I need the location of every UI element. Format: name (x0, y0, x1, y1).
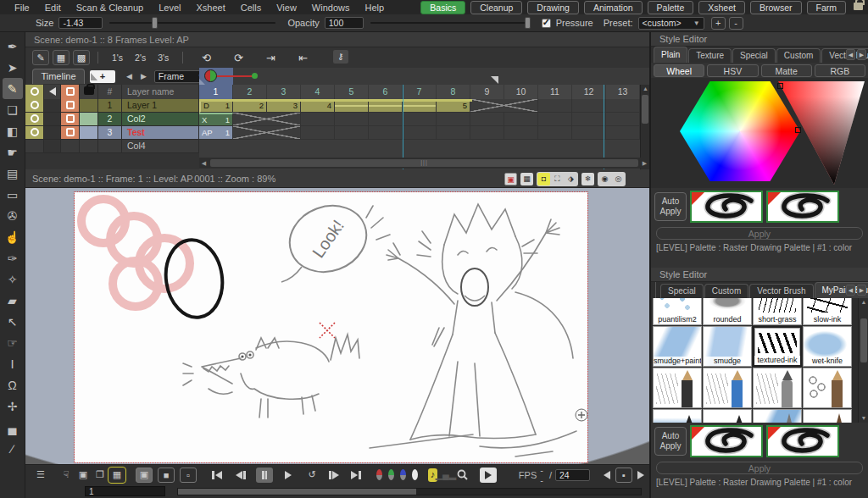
xsheet-cycle-icon[interactable]: ⟳ (228, 52, 248, 64)
layer-thumb[interactable] (80, 99, 98, 113)
tabs-scroll-right-icon[interactable]: ▶ (857, 285, 866, 296)
brush-item[interactable]: smudge (703, 326, 752, 367)
tabs-scroll-left-icon[interactable]: ◀ (846, 285, 855, 296)
viewer-canvas[interactable]: Look! (25, 188, 649, 464)
room-tab[interactable]: Animation (584, 1, 643, 14)
xsheet-cycle-icon[interactable]: ⟲ (196, 52, 216, 64)
last-frame-button[interactable] (348, 468, 364, 483)
auto-apply-toggle[interactable]: AutoApply (654, 192, 687, 221)
prev-frame-button[interactable] (232, 468, 249, 483)
xsheet-cycle-icon[interactable]: ⇤ (292, 52, 313, 64)
tool-button[interactable]: ✇ (3, 205, 23, 226)
layer-row[interactable]: 1 Layer 1 (25, 99, 199, 113)
freeze-icon[interactable]: ❄ (581, 173, 594, 185)
xsheet-cell[interactable] (403, 113, 437, 126)
tool-button[interactable]: ✒ (3, 36, 23, 57)
pressure-checkbox[interactable] (542, 19, 551, 28)
brush-item[interactable]: textured-ink (753, 326, 802, 367)
color-mode-button[interactable]: Wheel (654, 64, 704, 77)
xsheet-cell[interactable] (572, 113, 606, 126)
xsheet-cell[interactable] (301, 126, 335, 140)
onion-skin-dot[interactable] (252, 73, 258, 79)
checker-compare-icon[interactable]: ▦ (108, 468, 125, 483)
tool-button[interactable]: ✎ (3, 78, 23, 99)
xsheet-cell[interactable] (335, 113, 369, 126)
tab-prev-icon[interactable]: ◀ (122, 72, 136, 80)
onion-skin-strip[interactable] (199, 68, 649, 85)
layer-eye-toggle[interactable] (25, 126, 44, 140)
brush-item[interactable] (653, 409, 702, 423)
xsheet-cell[interactable] (470, 99, 538, 113)
camera3d-view-icon[interactable]: ⬗ (565, 173, 577, 185)
white-bg-view-button[interactable]: ▣ (136, 468, 153, 483)
xsheet-cell[interactable] (301, 113, 335, 126)
value-triangle[interactable] (776, 80, 868, 186)
brush-item[interactable] (703, 409, 752, 423)
auto-apply-toggle[interactable]: AutoApply (654, 427, 687, 456)
room-tab[interactable]: Basics (420, 1, 465, 14)
brush-item[interactable]: smudge+paint (653, 326, 702, 367)
apply-button[interactable]: Apply (656, 227, 863, 240)
frame-number[interactable]: 2 (233, 85, 267, 99)
camstand-view-icon[interactable]: ⛶ (551, 173, 564, 185)
menu-item[interactable]: Scan & Cleanup (69, 3, 152, 13)
xsheet-cell[interactable] (403, 126, 437, 140)
xsheet-cell[interactable] (538, 99, 572, 113)
frame-number[interactable]: 7 (403, 85, 437, 99)
tool-button[interactable]: ✧ (3, 268, 23, 290)
xsheet-cell[interactable] (504, 126, 538, 140)
blue-channel-button[interactable] (400, 469, 406, 480)
layer-lock-toggle[interactable] (61, 99, 80, 113)
xsheet-cell[interactable]: AP1 (199, 126, 233, 140)
remove-preset-button[interactable]: - (729, 17, 743, 30)
pause-button[interactable] (256, 468, 273, 483)
style-tab[interactable]: Texture (688, 48, 732, 63)
tool-button[interactable]: ∕ (3, 438, 23, 459)
xsheet-cell[interactable] (470, 113, 504, 126)
tool-button[interactable]: ❏ (3, 99, 23, 120)
color-mode-button[interactable]: RGB (815, 64, 865, 77)
layer-thumb[interactable] (80, 140, 98, 153)
layer-name[interactable]: Col4 (122, 140, 199, 153)
room-tab[interactable]: Xsheet (698, 1, 745, 14)
tool-button[interactable]: ➤ (3, 57, 23, 78)
opacity-slider[interactable] (370, 22, 530, 24)
layer-row[interactable]: 2 Col2 (25, 113, 199, 126)
timeline-hscrollbar[interactable]: ◀|||▶ (199, 158, 649, 169)
green-channel-button[interactable] (388, 469, 394, 480)
frame-step-button[interactable]: 2's (129, 53, 152, 63)
xsheet-cell[interactable] (470, 126, 504, 140)
layer-row[interactable]: Col4 (25, 140, 199, 153)
xsheet-cell[interactable] (572, 126, 606, 140)
tabs-scroll-left-icon[interactable]: ◀ (846, 49, 855, 60)
size-field[interactable]: -1.43 (58, 17, 103, 29)
onion-skin-handle[interactable] (204, 69, 217, 82)
flipbook-button[interactable] (480, 468, 497, 483)
zoom-icon[interactable] (454, 468, 471, 483)
xsheet-cell[interactable]: X1 (199, 113, 233, 126)
style-tab[interactable]: Plain (654, 47, 687, 63)
brush-item[interactable] (753, 409, 802, 423)
room-tab[interactable]: Farm (807, 1, 847, 14)
current-style-swatch[interactable] (690, 425, 763, 457)
style-editor-title[interactable]: Style Editor (651, 268, 868, 282)
style-tab[interactable]: Special (732, 48, 776, 63)
xsheet-cell[interactable] (504, 113, 538, 126)
tool-button[interactable]: ✑ (3, 247, 23, 268)
loop-button[interactable]: ↺ (303, 468, 320, 483)
xsheet-cell[interactable] (369, 113, 403, 126)
tool-switch-icon[interactable]: ☟ (58, 468, 75, 483)
xsheet-cell[interactable] (572, 99, 606, 113)
layer-eye-toggle[interactable] (25, 140, 44, 153)
color-mode-button[interactable]: Matte (761, 64, 812, 77)
brush-item[interactable] (803, 409, 852, 423)
tool-button[interactable]: ◧ (3, 120, 23, 141)
frame-number[interactable]: 9 (470, 85, 504, 99)
frame-number[interactable]: 3 (267, 85, 301, 99)
speaker-icon[interactable] (44, 85, 61, 99)
frame-number[interactable]: 4 (301, 85, 335, 99)
frame-slider[interactable] (177, 488, 642, 495)
play-button[interactable] (280, 468, 297, 483)
tool-button[interactable]: Ⅰ (3, 353, 23, 374)
room-tab[interactable]: Palette (648, 1, 694, 14)
